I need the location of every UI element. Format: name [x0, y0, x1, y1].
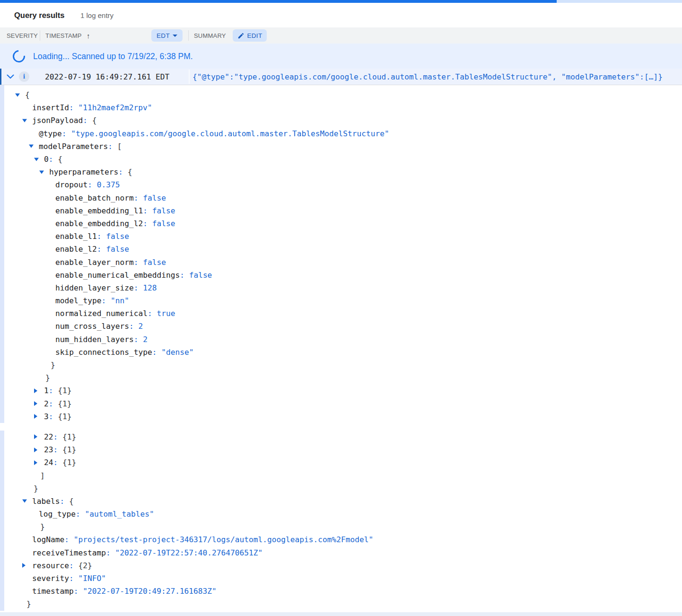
expand-node-icon[interactable]	[34, 388, 37, 393]
json-key: dropout	[55, 180, 87, 189]
json-line: enable_embedding_l2: false	[0, 217, 682, 230]
json-line: 3: {1}	[0, 410, 682, 423]
json-value: "dense"	[161, 348, 193, 357]
json-colon: :	[87, 180, 97, 189]
json-colon: :	[62, 129, 71, 138]
json-value: 0.375	[97, 180, 120, 189]
json-colon: :	[49, 412, 58, 421]
json-value: "type.googleapis.com/google.cloud.automl…	[71, 129, 389, 138]
collapse-node-icon[interactable]	[29, 145, 34, 148]
json-key: enable_l1	[55, 232, 97, 241]
json-value: "11h2maef2m2rpv"	[78, 103, 152, 112]
collapse-node-icon[interactable]	[22, 119, 27, 122]
json-line: modelParameters: [	[0, 140, 682, 153]
chevron-down-icon	[173, 35, 177, 37]
json-line: receiveTimestamp: "2022-07-19T22:57:40.2…	[0, 546, 682, 559]
json-key: num_cross_layers	[55, 322, 129, 331]
expand-node-icon[interactable]	[34, 460, 37, 465]
selected-row-indicator	[0, 69, 1, 85]
json-colon: :	[134, 258, 143, 267]
json-value: false	[106, 245, 129, 254]
json-value: "2022-07-19T20:49:27.161683Z"	[83, 587, 217, 596]
json-key: hyperparameters	[49, 167, 118, 176]
loading-banner: Loading... Scanned up to 7/19/22, 6:38 P…	[0, 44, 682, 69]
json-line: logName: "projects/test-project-346317/l…	[0, 533, 682, 546]
json-value: false	[106, 232, 129, 241]
json-punctuation: {	[128, 167, 132, 176]
json-value: false	[152, 219, 175, 228]
json-key: enable_batch_norm	[55, 194, 134, 202]
json-punctuation: ]	[40, 471, 45, 480]
json-colon: :	[134, 283, 143, 292]
json-key: normalized_numerical	[55, 309, 148, 318]
json-colon: :	[74, 587, 83, 596]
collapse-entry-chevron-icon[interactable]	[7, 75, 14, 79]
json-colon: :	[180, 271, 189, 280]
query-results-header: Query results 1 log entry	[0, 3, 682, 27]
json-colon: :	[97, 232, 106, 241]
json-line: normalized_numerical: true	[0, 307, 682, 320]
json-line: model_type: "nn"	[0, 294, 682, 307]
json-line: labels: {	[0, 495, 682, 508]
json-line: }	[0, 482, 682, 495]
json-key: enable_embedding_l2	[55, 219, 143, 228]
json-line: enable_batch_norm: false	[0, 192, 682, 204]
json-key: resource	[32, 561, 69, 570]
log-entry-row[interactable]: i 2022-07-19 16:49:27.161 EDT {"@type":"…	[0, 69, 682, 85]
json-key: enable_layer_norm	[55, 258, 134, 267]
json-key: receiveTimestamp	[32, 548, 106, 557]
collapse-node-icon[interactable]	[39, 170, 44, 174]
entry-timestamp[interactable]: 2022-07-19 16:49:27.161 EDT	[45, 72, 169, 81]
json-value: "automl_tables"	[85, 510, 154, 519]
column-divider	[188, 30, 189, 41]
collapse-node-icon[interactable]	[15, 93, 20, 97]
json-colon: :	[143, 219, 152, 228]
timezone-chip[interactable]: EDT	[151, 29, 183, 42]
json-line: jsonPayload: {	[0, 114, 682, 127]
json-line: num_hidden_layers: 2	[0, 333, 682, 346]
json-colon: :	[53, 445, 63, 454]
expand-node-icon[interactable]	[22, 563, 26, 568]
json-line: 1: {1}	[0, 384, 682, 397]
json-punctuation: {1}	[62, 432, 76, 441]
json-punctuation: [	[117, 142, 122, 151]
json-key: 0	[44, 155, 49, 164]
tree-block-gap	[0, 423, 682, 431]
json-key: model_type	[55, 296, 101, 305]
column-header-timestamp[interactable]: TIMESTAMP	[45, 32, 82, 39]
sort-ascending-icon[interactable]: ↑	[87, 32, 90, 40]
info-severity-icon[interactable]: i	[19, 71, 29, 82]
json-value: true	[157, 309, 175, 318]
json-key: jsonPayload	[32, 116, 83, 125]
json-line: num_cross_layers: 2	[0, 320, 682, 333]
json-colon: :	[49, 155, 58, 164]
log-entry-json-tree: {insertId: "11h2maef2m2rpv"jsonPayload: …	[0, 85, 682, 611]
collapse-node-icon[interactable]	[22, 500, 27, 503]
json-key: 3	[44, 412, 49, 421]
json-value: false	[143, 258, 166, 267]
collapse-node-icon[interactable]	[34, 158, 39, 161]
expand-node-icon[interactable]	[34, 448, 37, 452]
json-punctuation: {1}	[58, 412, 71, 421]
json-line: skip_connections_type: "dense"	[0, 346, 682, 359]
json-key: enable_embedding_l1	[55, 206, 143, 215]
expand-node-icon[interactable]	[34, 434, 37, 439]
json-line: hidden_layer_size: 128	[0, 282, 682, 294]
json-value: "projects/test-project-346317/logs/autom…	[74, 535, 373, 544]
expand-node-icon[interactable]	[34, 401, 37, 406]
json-value: 2	[138, 322, 143, 331]
log-entry-count: 1 log entry	[80, 11, 114, 19]
json-line: enable_l1: false	[0, 230, 682, 243]
entry-summary[interactable]: {"@type":"type.googleapis.com/google.clo…	[192, 72, 680, 81]
json-line: hyperparameters: {	[0, 166, 682, 178]
edit-summary-button[interactable]: EDIT	[233, 29, 267, 42]
json-line: severity: "INFO"	[0, 572, 682, 585]
json-line: 24: {1}	[0, 456, 682, 469]
edit-button-label: EDIT	[247, 32, 262, 39]
json-punctuation: }	[45, 373, 50, 382]
json-value: "2022-07-19T22:57:40.276470651Z"	[115, 548, 262, 557]
json-colon: :	[53, 458, 63, 467]
expand-node-icon[interactable]	[34, 414, 37, 419]
json-value: "INFO"	[78, 574, 105, 583]
json-punctuation: }	[51, 361, 55, 370]
